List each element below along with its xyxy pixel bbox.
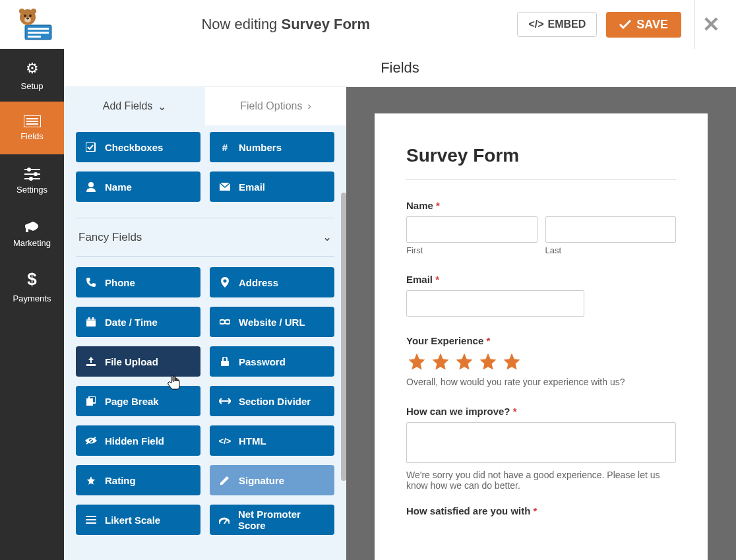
improve-textarea[interactable] — [406, 422, 676, 463]
field-name[interactable]: Name — [76, 171, 200, 202]
check-icon — [619, 20, 631, 29]
rail-setup[interactable]: ⚙ Setup — [0, 49, 64, 102]
arrows-icon — [219, 398, 231, 404]
hash-icon: # — [219, 142, 231, 153]
upload-icon — [85, 357, 97, 366]
experience-desc: Overall, how would you rate your experie… — [406, 377, 676, 387]
code-icon: </> — [219, 436, 231, 446]
tab-field-options[interactable]: Field Options › — [205, 87, 346, 125]
embed-button[interactable]: </> EMBED — [517, 12, 597, 37]
first-name-input[interactable] — [406, 216, 537, 243]
svg-rect-33 — [221, 361, 229, 366]
svg-rect-27 — [86, 319, 96, 321]
required-mark: * — [530, 505, 537, 516]
svg-rect-38 — [86, 516, 96, 517]
fields-list: Checkboxes#NumbersNameEmail Fancy Fields… — [64, 125, 346, 560]
tab-add-fields[interactable]: Add Fields ⌄ — [64, 87, 205, 125]
top-bar: Now editing Survey Form </> EMBED SAVE ✕ — [0, 0, 736, 49]
svg-rect-29 — [92, 317, 94, 320]
field-address[interactable]: Address — [210, 267, 334, 297]
required-mark: * — [433, 274, 439, 285]
star-icon[interactable] — [454, 352, 475, 371]
email-input[interactable] — [406, 290, 584, 317]
field-html[interactable]: </>HTML — [210, 425, 334, 456]
lock-icon — [219, 357, 231, 366]
field-label: Page Break — [105, 396, 159, 407]
svg-line-41 — [224, 520, 227, 524]
field-checkboxes[interactable]: Checkboxes — [76, 132, 200, 162]
field-label: Net Promoter Score — [238, 509, 325, 531]
fields-panel: Add Fields ⌄ Field Options › Checkboxes#… — [64, 87, 346, 560]
field-file-upload[interactable]: File Upload — [76, 346, 200, 377]
field-website-url[interactable]: Website / URL — [210, 307, 334, 337]
star-icon[interactable] — [430, 352, 451, 371]
field-rating[interactable]: Rating — [76, 465, 200, 495]
scrollbar[interactable] — [341, 193, 346, 481]
pin-icon — [219, 277, 231, 288]
gauge-icon — [219, 516, 230, 524]
left-rail: ⚙ Setup Fields Settings Marketing $ Paym… — [0, 49, 64, 560]
editing-prefix: Now editing — [201, 16, 281, 32]
rail-settings[interactable]: Settings — [0, 154, 64, 207]
section-fancy-label: Fancy Fields — [78, 231, 142, 244]
field-likert-scale[interactable]: Likert Scale — [76, 505, 200, 535]
field-label: Hidden Field — [105, 435, 164, 447]
eye-icon — [85, 437, 97, 445]
svg-point-23 — [88, 182, 94, 187]
required-mark: * — [510, 406, 517, 417]
field-signature[interactable]: Signature — [210, 465, 334, 495]
rail-fields[interactable]: Fields — [0, 102, 64, 154]
field-numbers[interactable]: #Numbers — [210, 132, 334, 162]
svg-point-20 — [29, 177, 33, 181]
star-rating[interactable] — [406, 352, 676, 371]
svg-rect-22 — [86, 142, 95, 152]
field-label: Address — [239, 277, 278, 288]
field-net-promoter-score[interactable]: Net Promoter Score — [210, 505, 334, 535]
required-mark: * — [433, 200, 440, 211]
field-email[interactable]: Email — [210, 171, 334, 202]
field-password[interactable]: Password — [210, 346, 334, 377]
name-label-text: Name — [406, 200, 433, 211]
panel-tabs: Add Fields ⌄ Field Options › — [64, 87, 346, 125]
field-section-divider[interactable]: Section Divider — [210, 386, 334, 416]
field-label: Password — [239, 356, 286, 367]
divider — [694, 0, 695, 49]
link-icon — [219, 319, 231, 325]
svg-rect-3 — [28, 36, 41, 38]
star-icon[interactable] — [477, 352, 499, 371]
field-label: Signature — [239, 475, 284, 486]
section-fancy-fields[interactable]: Fancy Fields ⌄ — [76, 218, 334, 257]
required-mark: * — [483, 335, 490, 346]
field-label: HTML — [239, 435, 266, 447]
chevron-down-icon: ⌄ — [322, 230, 332, 244]
save-button[interactable]: SAVE — [606, 12, 681, 38]
star-icon[interactable] — [406, 352, 427, 371]
field-date-time[interactable]: Date / Time — [76, 307, 200, 337]
experience-label: Your Experience * — [406, 335, 676, 346]
person-icon — [85, 181, 97, 192]
field-page-break[interactable]: Page Break — [76, 386, 200, 416]
rail-marketing[interactable]: Marketing — [0, 207, 64, 260]
field-label: Checkboxes — [105, 142, 163, 153]
svg-rect-31 — [225, 320, 230, 324]
svg-rect-39 — [86, 519, 96, 520]
field-phone[interactable]: Phone — [76, 267, 200, 297]
bars-icon — [85, 516, 97, 524]
calendar-icon — [85, 317, 97, 327]
svg-point-6 — [29, 15, 32, 17]
field-label: File Upload — [105, 356, 158, 367]
field-label: Website / URL — [239, 317, 305, 328]
close-button[interactable]: ✕ — [702, 12, 720, 37]
field-hidden-field[interactable]: Hidden Field — [76, 425, 200, 456]
star-icon[interactable] — [501, 352, 522, 371]
check-icon — [85, 142, 97, 152]
last-name-input[interactable] — [545, 216, 677, 243]
field-label: Email — [239, 181, 265, 193]
phone-icon — [85, 278, 97, 287]
rail-payments[interactable]: $ Payments — [0, 260, 64, 313]
field-label: Section Divider — [239, 396, 311, 407]
first-name-sublabel: First — [406, 245, 537, 255]
email-label-text: Email — [406, 274, 433, 285]
svg-point-5 — [24, 15, 26, 17]
svg-point-16 — [27, 168, 31, 171]
